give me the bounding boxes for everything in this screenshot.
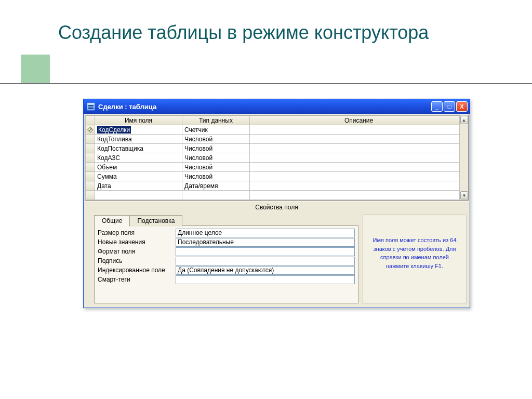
field-desc-cell[interactable]	[250, 153, 468, 163]
slide-title-underline	[0, 83, 532, 84]
field-name-cell[interactable]: КодПоставщика	[95, 144, 182, 153]
scroll-down-icon[interactable]: ▼	[460, 191, 468, 200]
field-type-cell[interactable]: Числовой	[182, 144, 250, 153]
field-desc-cell[interactable]	[250, 181, 468, 191]
property-row: Подпись	[98, 256, 355, 265]
field-desc-cell[interactable]	[250, 163, 468, 172]
property-row: Смарт-теги	[98, 275, 355, 284]
field-type-cell[interactable]: Счетчик	[182, 125, 250, 135]
property-label: Новые значения	[98, 238, 176, 246]
property-row: Размер поля	[98, 228, 355, 237]
field-grid: Имя поля Тип данных Описание ⚿КодСделкиС…	[85, 115, 469, 201]
table-row[interactable]: КодПоставщикаЧисловой	[86, 144, 468, 153]
property-input[interactable]	[176, 229, 355, 237]
slide-accent-square	[21, 55, 50, 84]
scroll-up-icon[interactable]: ▲	[460, 116, 468, 124]
table-row[interactable]	[86, 191, 468, 200]
field-type-cell[interactable]: Числовой	[182, 153, 250, 163]
field-name-cell[interactable]: Дата	[95, 181, 182, 191]
table-row[interactable]: ⚿КодСделкиСчетчик	[86, 125, 468, 135]
primary-key-icon: ⚿	[87, 126, 95, 134]
property-row: Формат поля	[98, 247, 355, 256]
field-type-cell[interactable]: Дата/время	[182, 181, 250, 191]
table-row[interactable]: ОбъемЧисловой	[86, 163, 468, 172]
tab-general[interactable]: Общие	[94, 215, 130, 227]
property-input[interactable]	[176, 275, 355, 284]
field-type-cell[interactable]: Числовой	[182, 172, 250, 181]
table-icon	[87, 102, 95, 111]
row-selector[interactable]	[86, 144, 95, 153]
properties-caption: Свойства поля	[84, 202, 470, 212]
property-input[interactable]	[176, 257, 355, 265]
field-desc-cell[interactable]	[250, 191, 468, 200]
field-name-cell[interactable]: КодАЗС	[95, 153, 182, 163]
property-label: Размер поля	[98, 229, 176, 236]
property-input[interactable]	[176, 247, 355, 256]
property-label: Смарт-теги	[98, 276, 176, 283]
property-label: Индексированное поле	[98, 267, 176, 274]
table-row[interactable]: ДатаДата/время	[86, 181, 468, 191]
row-selector[interactable]	[86, 135, 95, 144]
grid-scrollbar[interactable]: ▲ ▼	[459, 115, 468, 200]
properties-body: Размер поляНовые значенияФормат поляПодп…	[94, 225, 358, 303]
table-row[interactable]: СуммаЧисловой	[86, 172, 468, 181]
field-type-cell[interactable]: Числовой	[182, 163, 250, 172]
header-selector[interactable]	[86, 116, 95, 125]
close-button[interactable]: X	[456, 101, 468, 112]
property-label: Подпись	[98, 257, 176, 264]
field-type-cell[interactable]	[182, 191, 250, 200]
field-desc-cell[interactable]	[250, 172, 468, 181]
table-row[interactable]: КодТопливаЧисловой	[86, 135, 468, 144]
row-selector[interactable]	[86, 172, 95, 181]
maximize-button[interactable]: □	[444, 101, 455, 112]
row-selector[interactable]	[86, 181, 95, 191]
field-name-cell[interactable]: КодТоплива	[95, 135, 182, 144]
property-label: Формат поля	[98, 248, 176, 255]
header-description[interactable]: Описание	[250, 116, 468, 125]
slide-title: Создание таблицы в режиме конструктора	[58, 21, 532, 44]
row-selector[interactable]	[86, 191, 95, 200]
row-selector[interactable]	[86, 153, 95, 163]
field-desc-cell[interactable]	[250, 125, 468, 135]
row-selector[interactable]: ⚿	[86, 125, 95, 135]
header-field-name[interactable]: Имя поля	[95, 116, 182, 125]
field-type-cell[interactable]: Числовой	[182, 135, 250, 144]
row-selector[interactable]	[86, 163, 95, 172]
table-row[interactable]: КодАЗСЧисловой	[86, 153, 468, 163]
property-row: Новые значения	[98, 237, 355, 247]
property-input[interactable]	[176, 238, 355, 247]
field-name-cell[interactable]	[95, 191, 182, 200]
tab-lookup[interactable]: Подстановка	[129, 215, 182, 227]
window-titlebar[interactable]: Сделки : таблица _ □ X	[84, 99, 470, 114]
properties-hint: Имя поля может состоять из 64 знаков с у…	[363, 215, 467, 303]
field-name-cell[interactable]: Объем	[95, 163, 182, 172]
window-title: Сделки : таблица	[98, 103, 156, 111]
field-name-cell[interactable]: КодСделки	[95, 125, 182, 135]
field-name-cell[interactable]: Сумма	[95, 172, 182, 181]
field-desc-cell[interactable]	[250, 144, 468, 153]
minimize-button[interactable]: _	[431, 101, 443, 112]
access-window: Сделки : таблица _ □ X Имя поля Тип данн…	[83, 99, 470, 308]
property-row: Индексированное поле	[98, 265, 355, 275]
field-desc-cell[interactable]	[250, 135, 468, 144]
header-field-type[interactable]: Тип данных	[182, 116, 250, 125]
property-input[interactable]	[176, 266, 355, 275]
